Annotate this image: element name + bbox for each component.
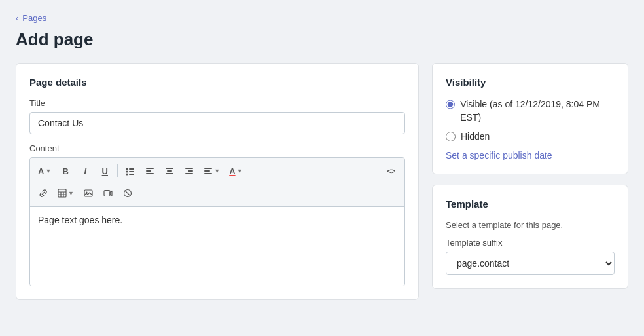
editor-toolbar: A ▼ B I U (30, 158, 404, 207)
block-button[interactable] (118, 184, 137, 202)
table-button[interactable]: ▼ (54, 184, 78, 202)
toolbar-row-2: ▼ (34, 183, 401, 204)
svg-point-4 (126, 174, 128, 176)
table-dropdown-arrow: ▼ (68, 190, 74, 196)
template-suffix-select[interactable]: page.contact page.blank page.full-width (446, 252, 615, 275)
unordered-list-button[interactable] (121, 162, 139, 180)
svg-rect-10 (167, 170, 172, 172)
suffix-label: Template suffix (446, 238, 615, 248)
template-card: Template Select a template for this page… (432, 185, 628, 289)
align-dropdown-arrow: ▼ (214, 168, 220, 174)
underline-button[interactable]: U (96, 162, 114, 180)
visibility-hidden-radio[interactable] (446, 132, 456, 141)
visibility-hidden-option[interactable]: Hidden (446, 130, 615, 143)
breadcrumb[interactable]: ‹ Pages (16, 13, 628, 23)
page-wrapper: ‹ Pages Add page Page details Title Cont… (0, 0, 644, 324)
visibility-card: Visibility Visible (as of 12/12/2019, 8:… (432, 63, 628, 174)
svg-rect-12 (185, 168, 193, 169)
svg-point-2 (126, 171, 128, 173)
specific-publish-date-link[interactable]: Set a specific publish date (446, 150, 552, 160)
html-button[interactable]: <> (382, 162, 401, 180)
svg-point-0 (126, 168, 128, 170)
visibility-visible-option[interactable]: Visible (as of 12/12/2019, 8:04 PM EST) (446, 98, 615, 124)
svg-rect-13 (188, 170, 193, 172)
svg-rect-6 (146, 168, 154, 169)
toolbar-row-1: A ▼ B I U (34, 160, 401, 181)
svg-rect-18 (58, 189, 66, 197)
visibility-visible-label: Visible (as of 12/12/2019, 8:04 PM EST) (460, 98, 615, 124)
align-dropdown-button[interactable]: ▼ (200, 162, 224, 180)
title-label: Title (29, 98, 405, 108)
text-color-button[interactable]: A ▼ (225, 162, 246, 180)
content-row: Page details Title Content A ▼ B I (16, 63, 628, 310)
visibility-title: Visibility (446, 77, 615, 88)
font-icon: A (38, 166, 44, 176)
svg-line-27 (125, 191, 130, 196)
editor-container: A ▼ B I U (29, 157, 405, 286)
text-color-icon: A (229, 166, 235, 176)
svg-rect-11 (166, 173, 173, 174)
align-left-button[interactable] (141, 162, 159, 180)
font-button[interactable]: A ▼ (34, 162, 55, 180)
svg-rect-14 (185, 173, 193, 174)
svg-rect-3 (129, 171, 134, 172)
template-title: Template (446, 198, 615, 210)
link-button[interactable] (34, 184, 52, 202)
left-panel: Page details Title Content A ▼ B I (16, 63, 419, 310)
content-label: Content (29, 143, 405, 153)
card-title: Page details (29, 77, 405, 88)
svg-point-24 (86, 192, 87, 193)
text-color-dropdown-arrow: ▼ (237, 168, 243, 174)
align-right-button[interactable] (180, 162, 198, 180)
page-details-card: Page details Title Content A ▼ B I (16, 63, 419, 300)
editor-body[interactable]: Page text goes here. (30, 207, 404, 286)
svg-rect-15 (204, 168, 212, 169)
template-description: Select a template for this page. (446, 220, 615, 230)
svg-rect-9 (166, 168, 173, 169)
svg-rect-5 (129, 174, 134, 175)
visibility-hidden-label: Hidden (461, 130, 490, 143)
align-center-button[interactable] (160, 162, 179, 180)
toolbar-sep-1 (117, 164, 118, 177)
image-button[interactable] (79, 184, 98, 202)
italic-button[interactable]: I (76, 162, 94, 180)
video-button[interactable] (99, 184, 117, 202)
svg-rect-8 (146, 173, 154, 174)
svg-rect-23 (84, 190, 92, 196)
bold-button[interactable]: B (56, 162, 75, 180)
breadcrumb-label: Pages (22, 13, 46, 23)
right-panel: Visibility Visible (as of 12/12/2019, 8:… (432, 63, 628, 299)
svg-rect-1 (129, 168, 134, 170)
svg-rect-25 (104, 191, 110, 196)
svg-rect-7 (146, 170, 151, 172)
title-input[interactable] (29, 112, 405, 134)
svg-rect-17 (204, 173, 212, 174)
font-dropdown-arrow: ▼ (45, 168, 51, 174)
visibility-visible-radio[interactable] (446, 100, 455, 109)
breadcrumb-arrow-icon: ‹ (16, 13, 18, 23)
svg-rect-16 (204, 170, 210, 172)
editor-text: Page text goes here. (38, 215, 122, 225)
page-title: Add page (16, 29, 628, 50)
